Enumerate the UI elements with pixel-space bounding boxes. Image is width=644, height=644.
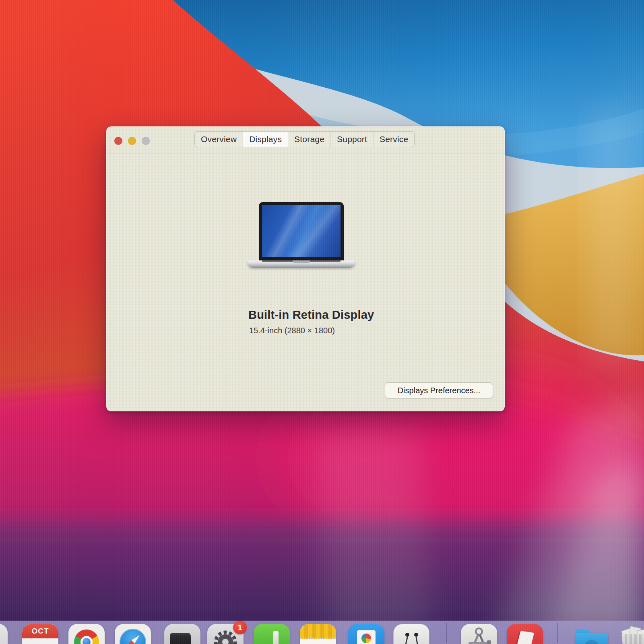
notification-badge: 1 bbox=[233, 621, 247, 634]
dock-separator bbox=[557, 623, 558, 643]
about-this-mac-window: Overview Displays Storage Support Servic… bbox=[106, 126, 505, 411]
dock-item-calendar[interactable]: OCT bbox=[22, 624, 58, 644]
chrome-icon bbox=[74, 630, 99, 644]
close-button-icon[interactable] bbox=[114, 137, 122, 145]
toolbar-tabs: Overview Displays Storage Support Servic… bbox=[194, 131, 415, 147]
dock-separator bbox=[446, 623, 447, 643]
dock-item-downloads-folder[interactable] bbox=[574, 624, 610, 644]
dark-screen-app-icon bbox=[170, 633, 191, 644]
macbook-notch bbox=[293, 260, 310, 263]
tab-overview[interactable]: Overview bbox=[195, 132, 243, 147]
tab-service[interactable]: Service bbox=[373, 132, 414, 147]
tab-support[interactable]: Support bbox=[330, 132, 373, 147]
displays-preferences-button[interactable]: Displays Preferences... bbox=[385, 382, 493, 398]
dock-item-system-preferences[interactable]: 1 bbox=[207, 624, 244, 644]
dock-item-notes[interactable] bbox=[300, 624, 336, 644]
dock-item-dark-screen-app[interactable] bbox=[164, 624, 200, 644]
dock-item-partial-app[interactable] bbox=[0, 624, 8, 644]
tab-displays[interactable]: Displays bbox=[243, 132, 288, 147]
display-name-title: Built-in Retina Display bbox=[248, 308, 374, 322]
chart-document-icon bbox=[357, 630, 376, 644]
green-app-icon bbox=[273, 631, 279, 644]
trash-icon bbox=[620, 634, 644, 644]
notes-icon bbox=[300, 624, 336, 639]
safari-needle-icon bbox=[124, 634, 141, 644]
safari-icon bbox=[120, 629, 146, 644]
tab-storage[interactable]: Storage bbox=[288, 132, 330, 147]
macbook-screen bbox=[259, 202, 344, 261]
macbook-screen-wallpaper bbox=[262, 205, 341, 257]
dock-item-safari[interactable] bbox=[115, 624, 151, 644]
earpods-icon bbox=[394, 624, 429, 644]
dock: OCT 1 bbox=[0, 621, 644, 644]
minimize-button-icon[interactable] bbox=[128, 137, 136, 145]
dock-item-calipers-app[interactable] bbox=[461, 624, 497, 644]
calendar-icon: OCT bbox=[22, 624, 58, 638]
traffic-lights bbox=[114, 137, 150, 145]
display-spec-text: 15.4-inch (2880 × 1800) bbox=[249, 326, 335, 335]
red-document-icon bbox=[516, 631, 534, 644]
macbook-illustration bbox=[248, 202, 355, 268]
dock-item-earpods-app[interactable] bbox=[393, 624, 429, 644]
pie-chart-icon bbox=[361, 634, 371, 643]
dock-item-red-document-app[interactable] bbox=[507, 624, 543, 644]
window-titlebar: Overview Displays Storage Support Servic… bbox=[106, 126, 505, 153]
macbook-base bbox=[248, 260, 355, 268]
dock-item-trash[interactable] bbox=[616, 624, 644, 644]
zoom-button-disabled-icon bbox=[142, 137, 150, 145]
calipers-icon bbox=[464, 627, 494, 644]
dock-item-chrome[interactable] bbox=[68, 624, 105, 644]
dock-item-chart-document-app[interactable] bbox=[348, 624, 384, 644]
dock-item-green-app[interactable] bbox=[254, 624, 290, 644]
